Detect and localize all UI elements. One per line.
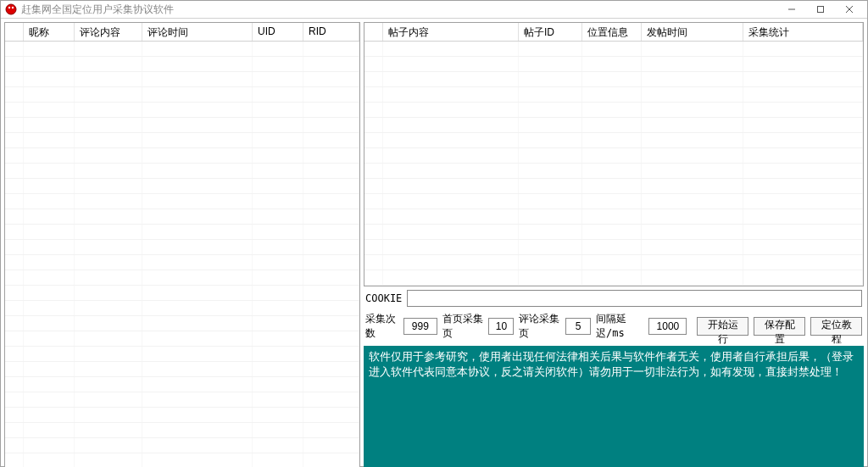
table-row bbox=[5, 423, 359, 438]
app-icon bbox=[4, 3, 18, 16]
delay-input[interactable] bbox=[648, 318, 687, 335]
table-row bbox=[364, 133, 863, 148]
comment-page-input[interactable] bbox=[565, 318, 591, 335]
col-blank2[interactable] bbox=[364, 23, 383, 41]
table-row bbox=[5, 194, 359, 209]
table-row bbox=[5, 377, 359, 392]
cookie-label: COOKIE bbox=[365, 292, 402, 304]
first-page-input[interactable] bbox=[488, 318, 514, 335]
collect-count-input[interactable] bbox=[403, 318, 437, 335]
close-button[interactable] bbox=[835, 1, 864, 18]
col-collect-stat[interactable]: 采集统计 bbox=[743, 23, 863, 41]
table-row bbox=[5, 164, 359, 179]
svg-point-1 bbox=[8, 7, 10, 8]
table-row bbox=[364, 72, 863, 87]
table-row bbox=[5, 209, 359, 225]
maximize-button[interactable] bbox=[806, 1, 835, 18]
svg-point-0 bbox=[6, 4, 16, 14]
app-window: 赶集网全国定位用户采集协议软件 昵称 评论内容 评论时间 UID RID bbox=[0, 0, 868, 467]
first-page-label: 首页采集页 bbox=[442, 312, 484, 341]
col-comment-time[interactable]: 评论时间 bbox=[142, 23, 253, 41]
table-row bbox=[364, 87, 863, 103]
table-row bbox=[364, 255, 863, 270]
posts-table-header: 帖子内容 帖子ID 位置信息 发帖时间 采集统计 bbox=[364, 23, 863, 42]
table-row bbox=[364, 103, 863, 118]
table-row bbox=[5, 255, 359, 270]
table-row bbox=[364, 57, 863, 72]
col-post-time[interactable]: 发帖时间 bbox=[642, 23, 743, 41]
table-row bbox=[364, 179, 863, 194]
table-row bbox=[5, 57, 359, 72]
controls: COOKIE 采集次数 首页采集页 评论采集页 间隔延迟/ms 开始运行 保存配… bbox=[364, 290, 864, 467]
table-row bbox=[364, 148, 863, 164]
table-row bbox=[5, 225, 359, 240]
col-post-content[interactable]: 帖子内容 bbox=[383, 23, 519, 41]
col-uid[interactable]: UID bbox=[253, 23, 303, 41]
params-row: 采集次数 首页采集页 评论采集页 间隔延迟/ms 开始运行 保存配置 定位教程 bbox=[364, 312, 864, 341]
svg-rect-4 bbox=[818, 7, 824, 13]
col-nickname[interactable]: 昵称 bbox=[24, 23, 75, 41]
table-row bbox=[364, 240, 863, 255]
table-row bbox=[5, 179, 359, 194]
table-row bbox=[5, 331, 359, 347]
table-row bbox=[364, 209, 863, 225]
table-row bbox=[5, 301, 359, 316]
right-panel: 帖子内容 帖子ID 位置信息 发帖时间 采集统计 COOKIE 采集次数 bbox=[364, 22, 864, 467]
table-row bbox=[5, 316, 359, 331]
table-row bbox=[5, 87, 359, 103]
titlebar: 赶集网全国定位用户采集协议软件 bbox=[1, 1, 867, 19]
notice-panel: 软件仅用于参考研究，使用者出现任何法律相关后果与软件作者无关，使用者自行承担后果… bbox=[364, 346, 864, 467]
col-blank[interactable] bbox=[5, 23, 24, 41]
col-post-id[interactable]: 帖子ID bbox=[519, 23, 582, 41]
col-rid[interactable]: RID bbox=[303, 23, 359, 41]
content-area: 昵称 评论内容 评论时间 UID RID 帖子内容 帖子ID 位置信息 发帖时间 bbox=[1, 19, 867, 467]
delay-label: 间隔延迟/ms bbox=[596, 312, 643, 341]
table-row bbox=[5, 240, 359, 255]
table-row bbox=[5, 42, 359, 57]
comment-page-label: 评论采集页 bbox=[519, 312, 560, 341]
table-row bbox=[364, 118, 863, 133]
table-row bbox=[5, 270, 359, 286]
table-row bbox=[364, 225, 863, 240]
save-config-button[interactable]: 保存配置 bbox=[754, 317, 805, 336]
table-row bbox=[5, 438, 359, 453]
comments-table-header: 昵称 评论内容 评论时间 UID RID bbox=[5, 23, 359, 42]
table-row bbox=[364, 42, 863, 57]
table-row bbox=[364, 270, 863, 286]
table-row bbox=[5, 392, 359, 408]
table-row bbox=[364, 194, 863, 209]
tutorial-button[interactable]: 定位教程 bbox=[810, 317, 862, 336]
table-row bbox=[5, 347, 359, 362]
comments-table: 昵称 评论内容 评论时间 UID RID bbox=[4, 22, 360, 467]
collect-count-label: 采集次数 bbox=[365, 312, 398, 341]
minimize-button[interactable] bbox=[777, 1, 806, 18]
table-row bbox=[364, 164, 863, 179]
comments-table-body[interactable] bbox=[5, 42, 359, 467]
table-row bbox=[5, 148, 359, 164]
table-row bbox=[5, 362, 359, 377]
cookie-input[interactable] bbox=[407, 290, 862, 307]
col-location[interactable]: 位置信息 bbox=[582, 23, 642, 41]
svg-point-2 bbox=[12, 7, 14, 8]
col-comment-content[interactable]: 评论内容 bbox=[75, 23, 142, 41]
window-title: 赶集网全国定位用户采集协议软件 bbox=[21, 3, 174, 17]
posts-table-body[interactable] bbox=[364, 42, 863, 286]
start-button[interactable]: 开始运行 bbox=[697, 317, 748, 336]
table-row bbox=[5, 408, 359, 423]
table-row bbox=[5, 453, 359, 467]
table-row bbox=[5, 103, 359, 118]
table-row bbox=[5, 72, 359, 87]
posts-table: 帖子内容 帖子ID 位置信息 发帖时间 采集统计 bbox=[364, 22, 864, 286]
table-row bbox=[5, 133, 359, 148]
cookie-row: COOKIE bbox=[364, 290, 864, 307]
table-row bbox=[5, 118, 359, 133]
table-row bbox=[5, 286, 359, 301]
